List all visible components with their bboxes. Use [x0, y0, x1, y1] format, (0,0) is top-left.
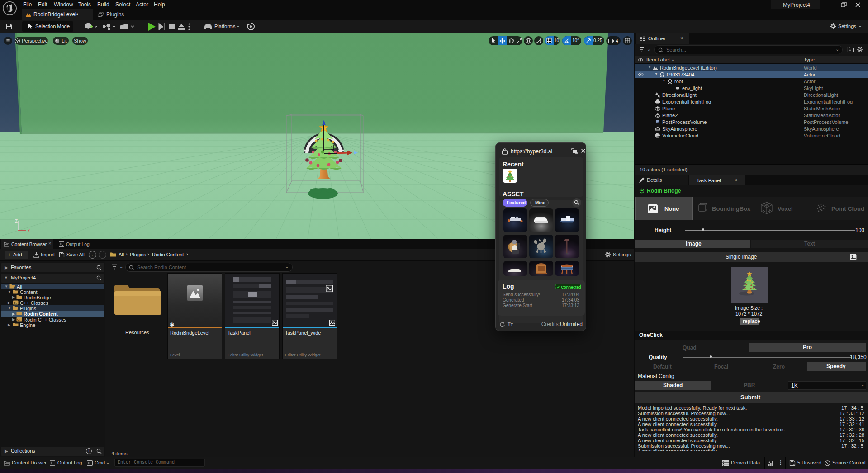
svg-text:X: X: [27, 228, 30, 233]
svg-text:C+: C+: [17, 318, 21, 321]
svg-text:Z: Z: [15, 219, 18, 224]
svg-text:C+: C+: [14, 302, 17, 304]
